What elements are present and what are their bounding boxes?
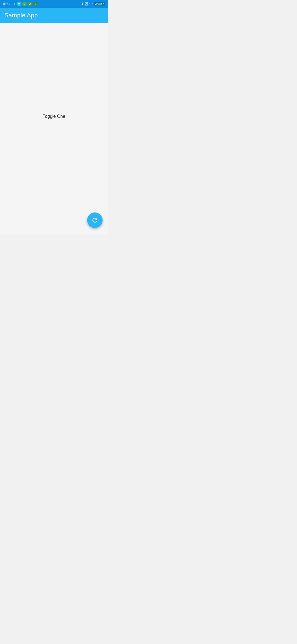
bluetooth-icon xyxy=(81,2,84,6)
app-title: Sample App xyxy=(4,12,38,19)
signal-x-icon xyxy=(85,2,88,6)
status-bar: 晚上7:21 ☺ ☹ ☺ xyxy=(0,0,108,8)
status-bar-right: 99 xyxy=(81,2,105,6)
toggle-one-label: Toggle One xyxy=(43,114,65,119)
app-bar: Sample App xyxy=(0,8,108,23)
svg-rect-5 xyxy=(101,4,102,4)
svg-rect-6 xyxy=(98,3,101,4)
battery-indicator: 99 xyxy=(94,2,105,6)
wifi-icon xyxy=(89,2,93,5)
message-icon: ☺ xyxy=(22,2,27,6)
status-icons-left: ☺ ☹ ☺ xyxy=(17,2,38,6)
battery-level: 99 xyxy=(95,2,98,5)
status-time: 晚上7:21 xyxy=(3,2,15,6)
alert-icon: ☹ xyxy=(28,2,32,6)
refresh-icon xyxy=(91,217,98,224)
settings-icon: ☺ xyxy=(33,2,38,6)
status-bar-left: 晚上7:21 ☺ ☹ ☺ xyxy=(3,2,38,6)
refresh-fab[interactable] xyxy=(87,212,103,228)
main-content: Toggle One xyxy=(0,23,108,234)
location-icon xyxy=(17,2,21,6)
